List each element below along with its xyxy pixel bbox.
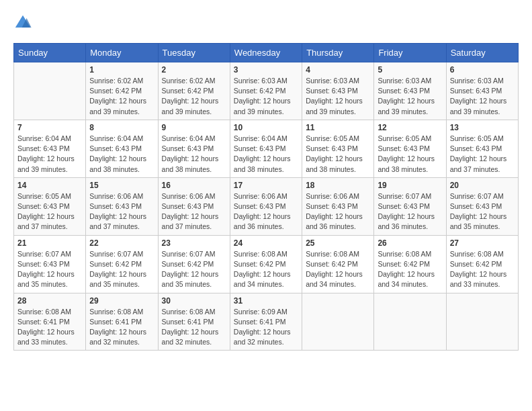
calendar-cell: 27Sunrise: 6:08 AMSunset: 6:42 PMDayligh… bbox=[446, 235, 518, 293]
day-number: 18 bbox=[306, 181, 370, 190]
calendar-cell: 11Sunrise: 6:05 AMSunset: 6:43 PMDayligh… bbox=[302, 120, 374, 177]
header-row: SundayMondayTuesdayWednesdayThursdayFrid… bbox=[14, 44, 519, 62]
calendar-cell bbox=[14, 62, 86, 120]
cell-content: Sunrise: 6:08 AMSunset: 6:41 PMDaylight:… bbox=[17, 307, 82, 348]
day-number: 30 bbox=[162, 296, 226, 306]
cell-content: Sunrise: 6:06 AMSunset: 6:43 PMDaylight:… bbox=[162, 191, 226, 232]
cell-content: Sunrise: 6:06 AMSunset: 6:43 PMDaylight:… bbox=[306, 191, 370, 232]
day-number: 3 bbox=[234, 65, 298, 75]
day-number: 17 bbox=[234, 181, 298, 190]
day-header-monday: Monday bbox=[86, 44, 158, 62]
cell-content: Sunrise: 6:04 AMSunset: 6:43 PMDaylight:… bbox=[162, 134, 226, 175]
day-number: 28 bbox=[17, 296, 82, 306]
day-number: 4 bbox=[306, 65, 370, 75]
day-header-thursday: Thursday bbox=[302, 44, 374, 62]
week-row-3: 14Sunrise: 6:05 AMSunset: 6:43 PMDayligh… bbox=[14, 177, 519, 235]
cell-content: Sunrise: 6:08 AMSunset: 6:41 PMDaylight:… bbox=[162, 307, 226, 348]
calendar-cell: 12Sunrise: 6:05 AMSunset: 6:43 PMDayligh… bbox=[374, 120, 446, 177]
calendar-cell: 4Sunrise: 6:03 AMSunset: 6:43 PMDaylight… bbox=[302, 62, 374, 120]
day-header-saturday: Saturday bbox=[446, 44, 518, 62]
cell-content: Sunrise: 6:05 AMSunset: 6:43 PMDaylight:… bbox=[306, 134, 370, 175]
page-header bbox=[13, 13, 519, 32]
cell-content: Sunrise: 6:08 AMSunset: 6:42 PMDaylight:… bbox=[450, 249, 515, 290]
day-number: 31 bbox=[234, 296, 298, 306]
calendar-cell: 28Sunrise: 6:08 AMSunset: 6:41 PMDayligh… bbox=[14, 293, 86, 351]
calendar-cell: 10Sunrise: 6:04 AMSunset: 6:43 PMDayligh… bbox=[230, 120, 302, 177]
calendar-cell: 1Sunrise: 6:02 AMSunset: 6:42 PMDaylight… bbox=[86, 62, 158, 120]
cell-content: Sunrise: 6:08 AMSunset: 6:42 PMDaylight:… bbox=[234, 249, 298, 290]
day-number: 14 bbox=[17, 181, 82, 190]
day-number: 26 bbox=[378, 238, 442, 248]
day-number: 29 bbox=[89, 296, 154, 306]
calendar-cell: 9Sunrise: 6:04 AMSunset: 6:43 PMDaylight… bbox=[158, 120, 230, 177]
day-number: 5 bbox=[378, 65, 442, 75]
calendar-cell: 18Sunrise: 6:06 AMSunset: 6:43 PMDayligh… bbox=[302, 177, 374, 235]
cell-content: Sunrise: 6:05 AMSunset: 6:43 PMDaylight:… bbox=[17, 191, 82, 232]
calendar-cell: 20Sunrise: 6:07 AMSunset: 6:43 PMDayligh… bbox=[446, 177, 518, 235]
day-number: 13 bbox=[450, 123, 515, 132]
cell-content: Sunrise: 6:03 AMSunset: 6:43 PMDaylight:… bbox=[378, 76, 442, 117]
day-number: 10 bbox=[234, 123, 298, 132]
day-number: 20 bbox=[450, 181, 515, 190]
day-number: 2 bbox=[162, 65, 226, 75]
cell-content: Sunrise: 6:05 AMSunset: 6:43 PMDaylight:… bbox=[378, 134, 442, 175]
calendar-cell: 22Sunrise: 6:07 AMSunset: 6:42 PMDayligh… bbox=[86, 235, 158, 293]
calendar-cell: 14Sunrise: 6:05 AMSunset: 6:43 PMDayligh… bbox=[14, 177, 86, 235]
day-number: 16 bbox=[162, 181, 226, 190]
calendar-cell: 7Sunrise: 6:04 AMSunset: 6:43 PMDaylight… bbox=[14, 120, 86, 177]
calendar-cell: 21Sunrise: 6:07 AMSunset: 6:43 PMDayligh… bbox=[14, 235, 86, 293]
cell-content: Sunrise: 6:02 AMSunset: 6:42 PMDaylight:… bbox=[162, 76, 226, 117]
calendar-cell: 2Sunrise: 6:02 AMSunset: 6:42 PMDaylight… bbox=[158, 62, 230, 120]
day-header-tuesday: Tuesday bbox=[158, 44, 230, 62]
cell-content: Sunrise: 6:04 AMSunset: 6:43 PMDaylight:… bbox=[17, 134, 82, 175]
day-header-friday: Friday bbox=[374, 44, 446, 62]
cell-content: Sunrise: 6:07 AMSunset: 6:42 PMDaylight:… bbox=[89, 249, 154, 290]
cell-content: Sunrise: 6:02 AMSunset: 6:42 PMDaylight:… bbox=[89, 76, 154, 117]
calendar-cell: 3Sunrise: 6:03 AMSunset: 6:42 PMDaylight… bbox=[230, 62, 302, 120]
calendar-cell: 17Sunrise: 6:06 AMSunset: 6:43 PMDayligh… bbox=[230, 177, 302, 235]
calendar-cell bbox=[374, 293, 446, 351]
cell-content: Sunrise: 6:06 AMSunset: 6:43 PMDaylight:… bbox=[234, 191, 298, 232]
calendar-cell: 16Sunrise: 6:06 AMSunset: 6:43 PMDayligh… bbox=[158, 177, 230, 235]
calendar-cell: 23Sunrise: 6:07 AMSunset: 6:42 PMDayligh… bbox=[158, 235, 230, 293]
calendar-cell: 25Sunrise: 6:08 AMSunset: 6:42 PMDayligh… bbox=[302, 235, 374, 293]
cell-content: Sunrise: 6:03 AMSunset: 6:42 PMDaylight:… bbox=[234, 76, 298, 117]
day-number: 19 bbox=[378, 181, 442, 190]
day-number: 6 bbox=[450, 65, 515, 75]
cell-content: Sunrise: 6:05 AMSunset: 6:43 PMDaylight:… bbox=[450, 134, 515, 175]
day-header-sunday: Sunday bbox=[14, 44, 86, 62]
day-number: 23 bbox=[162, 238, 226, 248]
day-number: 25 bbox=[306, 238, 370, 248]
cell-content: Sunrise: 6:08 AMSunset: 6:41 PMDaylight:… bbox=[89, 307, 154, 348]
day-number: 22 bbox=[89, 238, 154, 248]
calendar-cell: 5Sunrise: 6:03 AMSunset: 6:43 PMDaylight… bbox=[374, 62, 446, 120]
calendar-cell: 30Sunrise: 6:08 AMSunset: 6:41 PMDayligh… bbox=[158, 293, 230, 351]
cell-content: Sunrise: 6:03 AMSunset: 6:43 PMDaylight:… bbox=[306, 76, 370, 117]
calendar-table: SundayMondayTuesdayWednesdayThursdayFrid… bbox=[13, 43, 519, 351]
logo-icon bbox=[13, 13, 32, 32]
calendar-cell: 15Sunrise: 6:06 AMSunset: 6:43 PMDayligh… bbox=[86, 177, 158, 235]
calendar-cell: 29Sunrise: 6:08 AMSunset: 6:41 PMDayligh… bbox=[86, 293, 158, 351]
day-number: 15 bbox=[89, 181, 154, 190]
calendar-cell: 24Sunrise: 6:08 AMSunset: 6:42 PMDayligh… bbox=[230, 235, 302, 293]
cell-content: Sunrise: 6:07 AMSunset: 6:43 PMDaylight:… bbox=[17, 249, 82, 290]
calendar-cell bbox=[446, 293, 518, 351]
day-header-wednesday: Wednesday bbox=[230, 44, 302, 62]
day-number: 9 bbox=[162, 123, 226, 132]
day-number: 7 bbox=[17, 123, 82, 132]
calendar-cell: 31Sunrise: 6:09 AMSunset: 6:41 PMDayligh… bbox=[230, 293, 302, 351]
day-number: 11 bbox=[306, 123, 370, 132]
week-row-5: 28Sunrise: 6:08 AMSunset: 6:41 PMDayligh… bbox=[14, 293, 519, 351]
day-number: 8 bbox=[89, 123, 154, 132]
calendar-cell bbox=[302, 293, 374, 351]
logo bbox=[13, 13, 35, 32]
cell-content: Sunrise: 6:03 AMSunset: 6:43 PMDaylight:… bbox=[450, 76, 515, 117]
calendar-cell: 6Sunrise: 6:03 AMSunset: 6:43 PMDaylight… bbox=[446, 62, 518, 120]
day-number: 12 bbox=[378, 123, 442, 132]
cell-content: Sunrise: 6:07 AMSunset: 6:42 PMDaylight:… bbox=[162, 249, 226, 290]
day-number: 27 bbox=[450, 238, 515, 248]
week-row-1: 1Sunrise: 6:02 AMSunset: 6:42 PMDaylight… bbox=[14, 62, 519, 120]
cell-content: Sunrise: 6:09 AMSunset: 6:41 PMDaylight:… bbox=[234, 307, 298, 348]
cell-content: Sunrise: 6:07 AMSunset: 6:43 PMDaylight:… bbox=[378, 191, 442, 232]
week-row-4: 21Sunrise: 6:07 AMSunset: 6:43 PMDayligh… bbox=[14, 235, 519, 293]
